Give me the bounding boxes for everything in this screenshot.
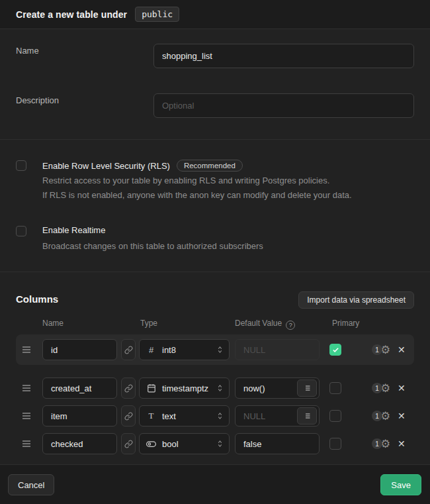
description-label: Description [16,95,59,105]
column-type-select[interactable]: T text [139,405,230,427]
columns-title: Columns [16,293,58,305]
column-row: bool 1 ⚙ ✕ [16,430,414,458]
rls-description: Restrict access to your table by enablin… [42,174,352,203]
column-header-name: Name [42,319,64,328]
drag-handle-icon[interactable] [21,411,36,421]
realtime-description: Broadcast changes on this table to autho… [42,239,263,254]
cancel-button[interactable]: Cancel [8,474,54,495]
column-row: T text 1 ⚙ ✕ [16,402,414,430]
chevron-updown-icon [216,383,224,393]
column-header-type: Type [140,319,157,328]
toggle-icon [146,439,156,449]
column-name-input[interactable] [42,378,117,399]
column-type-value: int8 [162,345,210,355]
section-divider [0,139,430,140]
primary-checkbox[interactable] [329,410,341,422]
default-value-menu-button[interactable] [297,379,317,397]
default-value-menu-button[interactable] [297,407,317,425]
drag-handle-icon[interactable] [21,344,36,355]
settings-count-badge: 1 [372,383,382,393]
foreign-key-link-button[interactable] [121,378,136,399]
default-value-cell [235,339,320,360]
primary-checkbox[interactable] [329,382,341,394]
name-label: Name [16,46,39,56]
check-icon [332,346,339,354]
realtime-title[interactable]: Enable Realtime [42,225,105,235]
column-header-default: Default Value? [235,319,295,330]
foreign-key-link-button[interactable] [121,433,136,454]
column-name-input[interactable] [42,339,117,360]
calendar-icon [146,383,156,393]
link-icon [124,384,133,393]
default-value-input[interactable] [235,433,320,454]
remove-column-button[interactable]: ✕ [398,438,406,449]
rls-description-line2: If RLS is not enabled, anyone with the a… [42,188,352,203]
link-icon [124,346,133,354]
dialog-footer: Cancel Save [0,464,430,504]
table-name-input[interactable] [153,44,414,68]
dialog-title: Create a new table under [16,9,127,20]
column-type-value: bool [162,439,210,449]
column-name-input[interactable] [42,433,117,454]
section-divider [0,272,430,272]
rls-checkbox[interactable] [16,160,26,171]
column-row: # int8 1 ⚙ ✕ [16,334,414,365]
column-type-value: text [162,411,210,421]
primary-checkbox[interactable] [329,344,341,356]
link-icon [124,440,133,448]
default-value-cell [235,405,320,427]
create-table-dialog: Create a new table under public Name Des… [0,0,430,504]
schema-badge: public [135,7,179,22]
settings-count-badge: 1 [372,344,382,355]
remove-column-button[interactable]: ✕ [398,411,406,421]
list-icon [303,384,311,392]
settings-count-badge: 1 [372,438,382,449]
realtime-title-row: Enable Realtime [42,225,105,235]
rls-title-row: Enable Row Level Security (RLS) Recommen… [42,160,243,172]
drag-handle-icon[interactable] [21,438,36,449]
column-type-select[interactable]: bool [139,433,230,454]
column-type-select[interactable]: timestamptz [139,378,230,399]
column-row: timestamptz 1 ⚙ ✕ [16,374,414,402]
recommended-badge: Recommended [177,160,243,172]
save-button[interactable]: Save [380,474,421,495]
column-header-primary: Primary [332,319,359,328]
chevron-updown-icon [216,439,224,448]
realtime-checkbox[interactable] [16,226,26,236]
default-value-cell [235,378,320,399]
primary-checkbox[interactable] [329,438,341,450]
import-spreadsheet-button[interactable]: Import data via spreadsheet [298,291,414,309]
rls-title[interactable]: Enable Row Level Security (RLS) [42,161,170,171]
settings-count-badge: 1 [372,411,382,421]
chevron-updown-icon [216,345,224,354]
remove-column-button[interactable]: ✕ [398,383,406,393]
table-description-input[interactable] [153,93,414,118]
column-header-default-label: Default Value [235,319,282,328]
foreign-key-link-button[interactable] [121,405,136,427]
help-icon[interactable]: ? [286,321,295,330]
default-value-cell [235,433,320,454]
dialog-header: Create a new table under public [0,0,430,29]
list-icon [303,412,311,420]
column-type-value: timestamptz [162,383,210,393]
drag-handle-icon[interactable] [21,383,36,393]
link-icon [124,412,133,421]
hash-icon: # [146,345,156,355]
default-value-input [235,339,320,360]
text-icon: T [146,411,156,421]
chevron-updown-icon [216,411,224,421]
foreign-key-link-button[interactable] [121,339,136,360]
column-type-select[interactable]: # int8 [139,339,230,360]
rls-description-line1: Restrict access to your table by enablin… [42,174,352,188]
column-name-input[interactable] [42,405,117,427]
remove-column-button[interactable]: ✕ [398,344,406,355]
